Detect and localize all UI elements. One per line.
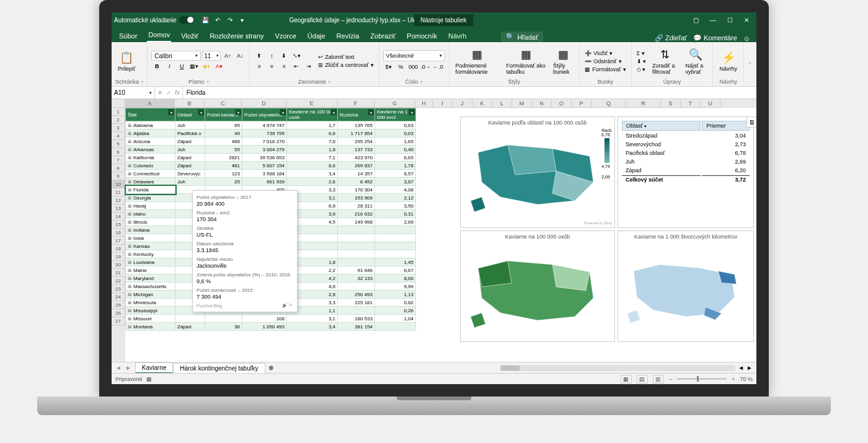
table-cell[interactable]: 6,65 <box>375 154 416 162</box>
row-header-6[interactable]: 6 <box>112 148 125 156</box>
autosave-toggle[interactable]: Automatické ukladanie <box>114 16 194 24</box>
normal-view-icon[interactable]: ▦ <box>621 375 632 384</box>
qat-customize-icon[interactable]: ▾ <box>236 14 249 26</box>
italic-button[interactable]: I <box>164 61 175 71</box>
col-header-Q[interactable]: Q <box>591 99 626 108</box>
table-cell[interactable]: 6 452 <box>338 178 375 186</box>
page-break-view-icon[interactable]: ▥ <box>653 375 664 384</box>
table-cell[interactable]: Juh <box>175 178 205 186</box>
col-header-H[interactable]: H <box>415 99 433 108</box>
table-cell[interactable]: 🏛Idaho <box>126 210 175 218</box>
fill-color-button[interactable]: ◆▾ <box>201 61 212 71</box>
table-cell[interactable]: 4,08 <box>375 186 416 194</box>
col-header-F[interactable]: F <box>337 99 374 108</box>
table-cell[interactable]: Juh <box>175 146 205 154</box>
scroll-left-icon[interactable]: ◄ <box>738 364 744 371</box>
table-cell[interactable]: 7,1 <box>287 154 338 162</box>
align-top-icon[interactable]: ⬆ <box>254 51 265 61</box>
border-button[interactable]: ▦▾ <box>188 61 200 71</box>
collapse-ribbon-icon[interactable]: ⌃ <box>744 42 756 86</box>
table-cell[interactable]: 3 004 279 <box>242 146 287 154</box>
wrap-text-button[interactable]: ↩ Zalomiť text <box>317 53 374 61</box>
row-header-24[interactable]: 24 <box>112 293 125 301</box>
col-header-U[interactable]: U <box>701 99 720 108</box>
tab-page-layout[interactable]: Rozloženie strany <box>208 30 265 42</box>
table-cell[interactable]: 2,6 <box>287 178 338 186</box>
tab-insert[interactable]: Vložiť <box>180 30 200 42</box>
table-cell[interactable]: 14 357 <box>338 170 375 178</box>
ribbon-display-icon[interactable]: ▢ <box>693 17 699 24</box>
table-header[interactable]: Počet kaviarní▾ <box>205 108 242 121</box>
table-cell[interactable]: Severovýc <box>175 170 205 178</box>
table-cell[interactable]: 36 <box>205 323 242 331</box>
table-cell[interactable]: 🏛Louisiana <box>126 258 175 266</box>
table-cell[interactable] <box>205 315 242 323</box>
table-cell[interactable] <box>375 226 416 234</box>
table-cell[interactable]: 🏛Maryland <box>126 274 175 283</box>
row-header-12[interactable]: 12 <box>112 196 125 204</box>
ideas-button[interactable]: ⚡Návrhy <box>717 50 740 73</box>
tab-design[interactable]: Návrh <box>447 30 467 42</box>
table-cell[interactable] <box>338 258 375 266</box>
table-cell[interactable]: 🏛Havaj <box>126 202 175 210</box>
minimize-icon[interactable]: — <box>710 17 716 24</box>
col-header-A[interactable]: A <box>125 99 175 108</box>
row-headers[interactable]: 1234567891011121314151617181920212223242… <box>112 108 125 362</box>
table-cell[interactable]: 3,4 <box>287 170 338 178</box>
table-cell[interactable]: 250 493 <box>338 291 375 299</box>
col-header-M[interactable]: M <box>512 99 532 108</box>
row-header-11[interactable]: 11 <box>112 188 125 196</box>
table-cell[interactable]: 170 304 <box>338 186 375 194</box>
table-cell[interactable]: 180 533 <box>338 315 375 323</box>
row-header-4[interactable]: 4 <box>112 132 125 140</box>
table-cell[interactable]: 8,6 <box>287 162 338 170</box>
dialog-launcher-icon[interactable]: ▫ <box>141 79 143 85</box>
font-name-select[interactable]: Calibri▾ <box>151 51 201 61</box>
col-header-G[interactable]: G <box>374 99 415 108</box>
table-cell[interactable]: 🏛Aljaška <box>126 129 175 138</box>
col-header-C[interactable]: C <box>205 99 242 108</box>
maximize-icon[interactable]: ☐ <box>727 17 733 24</box>
table-cell[interactable]: 9,99 <box>375 283 416 291</box>
row-header-18[interactable]: 18 <box>112 245 125 253</box>
col-header-J[interactable]: J <box>453 99 472 108</box>
table-cell[interactable]: 8,00 <box>375 274 416 283</box>
tab-home[interactable]: Domov <box>147 29 171 42</box>
table-cell[interactable] <box>338 250 375 258</box>
table-cell[interactable]: 🏛Kentucky <box>126 250 175 258</box>
table-cell[interactable]: 3,87 <box>375 178 416 186</box>
delete-cells-button[interactable]: ➖ Odstrániť ▾ <box>583 58 627 65</box>
col-header-B[interactable]: B <box>175 99 205 108</box>
formula-input[interactable]: Florida <box>183 87 756 99</box>
redo-icon[interactable]: ↷ <box>224 14 236 26</box>
col-header-R[interactable]: R <box>626 99 661 108</box>
dialog-launcher-icon[interactable]: ▫ <box>420 79 422 85</box>
table-cell[interactable]: 🏛Connecticut <box>126 170 175 178</box>
row-header-19[interactable]: 19 <box>112 253 125 261</box>
table-cell[interactable]: 0,03 <box>375 129 416 138</box>
decrease-decimal-icon[interactable]: ←.0 <box>433 62 444 72</box>
sheet-next-icon[interactable]: ► <box>125 364 131 371</box>
increase-font-icon[interactable]: A↑ <box>222 51 233 61</box>
row-header-13[interactable]: 13 <box>112 204 125 213</box>
table-cell[interactable]: 1 717 854 <box>338 129 375 138</box>
table-cell[interactable]: 91 646 <box>338 266 375 274</box>
table-cell[interactable]: 🏛Florida <box>126 186 175 194</box>
row-header-2[interactable]: 2 <box>112 116 125 124</box>
table-cell[interactable]: 1,45 <box>375 258 416 266</box>
tab-view[interactable]: Zobraziť <box>369 30 397 42</box>
sheet-tab-kaviarne[interactable]: Kaviarne <box>135 362 173 374</box>
row-header-1[interactable]: 1 <box>112 108 125 116</box>
table-cell[interactable]: 0,63 <box>375 121 416 129</box>
align-center-icon[interactable]: ≡ <box>266 61 277 71</box>
table-cell[interactable] <box>375 323 416 331</box>
share-button[interactable]: 🔗 Zdieľať <box>655 34 687 42</box>
table-cell[interactable]: 1,65 <box>375 138 416 146</box>
sheet-prev-icon[interactable]: ◄ <box>115 364 122 371</box>
table-cell[interactable]: 488 <box>205 138 242 146</box>
tab-formulas[interactable]: Vzorce <box>274 30 298 42</box>
table-cell[interactable]: 🏛Maine <box>126 266 175 274</box>
table-cell[interactable]: Západ <box>175 138 205 146</box>
format-cells-button[interactable]: ▦ Formátovať ▾ <box>583 66 627 73</box>
table-header[interactable]: Kaviarne na 1 000 km2▾ <box>375 108 416 121</box>
